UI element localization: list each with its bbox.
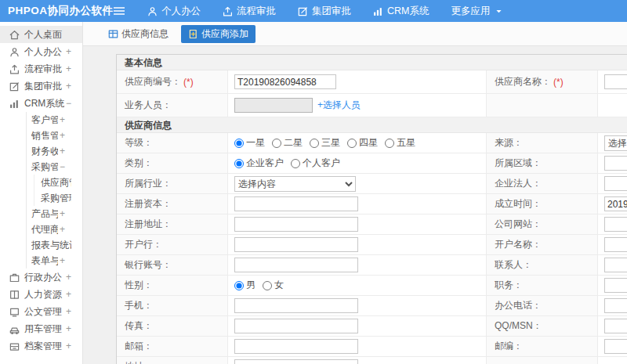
expand-toggle-icon[interactable]: +: [60, 224, 65, 235]
industry-select[interactable]: 选择内容: [234, 176, 356, 192]
legal-person-input[interactable]: [604, 176, 627, 191]
bank-branch-input[interactable]: [234, 237, 358, 252]
sidebar-item-hr[interactable]: 人力资源+: [0, 286, 82, 303]
sidebar-item-process-approval[interactable]: 流程审批+: [0, 60, 82, 77]
level-radio[interactable]: [347, 139, 357, 148]
expand-toggle-icon[interactable]: +: [66, 46, 71, 57]
nav-more-apps[interactable]: 更多应用: [440, 0, 513, 22]
expand-toggle-icon[interactable]: +: [66, 323, 71, 334]
sidebar-item-reports[interactable]: 报表与统计: [0, 237, 82, 253]
archive-icon: [9, 341, 20, 351]
level-radio-option[interactable]: 二星: [272, 136, 303, 150]
business-person-input[interactable]: [234, 98, 313, 113]
sidebar-item-sales-mgmt[interactable]: 销售管理+: [0, 128, 82, 143]
expand-toggle-icon[interactable]: +: [66, 306, 71, 317]
level-radio-option[interactable]: 一星: [234, 136, 265, 150]
fax-input[interactable]: [234, 319, 358, 333]
sidebar-item-product-stock[interactable]: 产品与库存+: [0, 206, 82, 222]
company-website-input[interactable]: [604, 217, 627, 232]
qq-msn-input[interactable]: [604, 319, 627, 333]
nav-group-approval[interactable]: 集团审批: [287, 0, 362, 22]
level-radio[interactable]: [385, 139, 394, 148]
expand-toggle-icon[interactable]: +: [66, 63, 71, 74]
tab-supplier-info[interactable]: 供应商信息: [103, 25, 173, 43]
sidebar-item-finance[interactable]: 财务收支+: [0, 143, 82, 159]
select-person-link[interactable]: +选择人员: [317, 99, 361, 112]
navbar-item-label: 个人办公: [161, 5, 201, 18]
field-cell: [598, 174, 627, 193]
sidebar-item-vehicle-mgmt[interactable]: 用车管理+: [0, 320, 82, 337]
sidebar-item-personal-desktop[interactable]: 个人桌面: [0, 26, 82, 43]
expand-toggle-icon[interactable]: −: [66, 98, 71, 109]
expand-toggle-icon[interactable]: +: [66, 272, 71, 283]
gender-radio-option[interactable]: 男: [234, 279, 256, 292]
sidebar-item-group-approval[interactable]: 集团审批+: [0, 77, 82, 95]
sidebar-item-form-flow-setup[interactable]: 表单与流程设置+: [0, 253, 82, 268]
gender-radio[interactable]: [234, 281, 244, 290]
level-radio[interactable]: [272, 139, 281, 148]
sidebar-item-supplier-mgmt[interactable]: 供应商管理: [0, 175, 82, 190]
gender-radio-option[interactable]: 女: [263, 279, 284, 292]
sidebar-item-personal-office[interactable]: 个人办公+: [0, 43, 82, 60]
expand-toggle-icon[interactable]: +: [60, 130, 65, 141]
zip-code-input[interactable]: [604, 339, 627, 354]
gender-radio[interactable]: [263, 281, 272, 290]
established-date-input[interactable]: [604, 196, 627, 211]
category-radio-option[interactable]: 企业客户: [234, 157, 284, 170]
level-radio[interactable]: [310, 139, 319, 148]
tab-label: 供应商信息: [121, 27, 169, 41]
address-input[interactable]: [234, 359, 358, 364]
supplier-name-input[interactable]: [604, 74, 627, 89]
radio-option-label: 一星: [246, 136, 265, 150]
label-text: 类别：: [125, 157, 153, 170]
sidebar-item-customer-mgmt[interactable]: 客户管理+: [0, 112, 82, 128]
sidebar-item-admin-office[interactable]: 行政办公+: [0, 268, 82, 286]
sidebar-item-doc-mgmt[interactable]: 公文管理+: [0, 303, 82, 320]
expand-toggle-icon[interactable]: +: [66, 289, 71, 300]
mobile-input[interactable]: [234, 298, 358, 313]
registered-address-input[interactable]: [234, 217, 358, 232]
account-name-input[interactable]: [604, 237, 627, 252]
sidebar-item-label: 行政办公: [24, 271, 64, 284]
position-input[interactable]: [604, 278, 627, 293]
form-row: 手机：办公电话：: [117, 296, 627, 316]
field-label: 供应商名称：(*): [487, 70, 598, 93]
level-radio-option[interactable]: 三星: [310, 136, 340, 150]
category-radio[interactable]: [291, 159, 300, 168]
expand-toggle-icon[interactable]: +: [60, 146, 65, 157]
source-select[interactable]: 选择内容: [604, 135, 627, 151]
office-phone-input[interactable]: [604, 298, 627, 313]
nav-process-approval[interactable]: 流程审批: [212, 0, 287, 22]
expand-toggle-icon[interactable]: +: [66, 341, 71, 351]
field-cell: [598, 316, 627, 336]
sidebar-item-agent-mgmt[interactable]: 代理商管理+: [0, 222, 82, 237]
label-text: 所属行业：: [125, 177, 172, 190]
field-label: 传真：: [117, 316, 228, 336]
nav-crm-system[interactable]: CRM系统: [362, 0, 440, 22]
email-input[interactable]: [234, 339, 358, 354]
level-radio-option[interactable]: 四星: [347, 136, 378, 150]
expand-toggle-icon[interactable]: +: [60, 114, 65, 125]
expand-toggle-icon[interactable]: −: [60, 161, 65, 172]
contact-person-input[interactable]: [604, 258, 627, 272]
expand-toggle-icon[interactable]: +: [66, 81, 71, 92]
sidebar-item-crm-system[interactable]: CRM系统−: [0, 95, 82, 112]
level-radio-option[interactable]: 五星: [385, 136, 415, 150]
form-row: 性别：男女职务：: [117, 276, 627, 296]
sidebar-item-archive-mgmt[interactable]: 档案管理+: [0, 337, 82, 355]
level-radio[interactable]: [234, 139, 244, 148]
nav-personal-office[interactable]: 个人办公: [136, 0, 212, 22]
hamburger-icon[interactable]: [113, 5, 125, 16]
registered-capital-input[interactable]: [234, 196, 358, 211]
category-radio[interactable]: [234, 159, 244, 168]
sidebar-item-purchase-mgmt[interactable]: 采购管理−: [0, 159, 82, 175]
tab-supplier-add[interactable]: 供应商添加: [181, 25, 256, 43]
region-input[interactable]: [604, 156, 627, 171]
supplier-code-input[interactable]: [234, 74, 336, 89]
expand-toggle-icon[interactable]: +: [60, 255, 65, 266]
form-row: 注册地址：公司网站：: [117, 214, 627, 235]
sidebar-item-purchasing[interactable]: 采购管理: [0, 190, 82, 206]
bank-account-input[interactable]: [234, 258, 358, 272]
expand-toggle-icon[interactable]: +: [60, 208, 65, 219]
category-radio-option[interactable]: 个人客户: [291, 157, 340, 170]
